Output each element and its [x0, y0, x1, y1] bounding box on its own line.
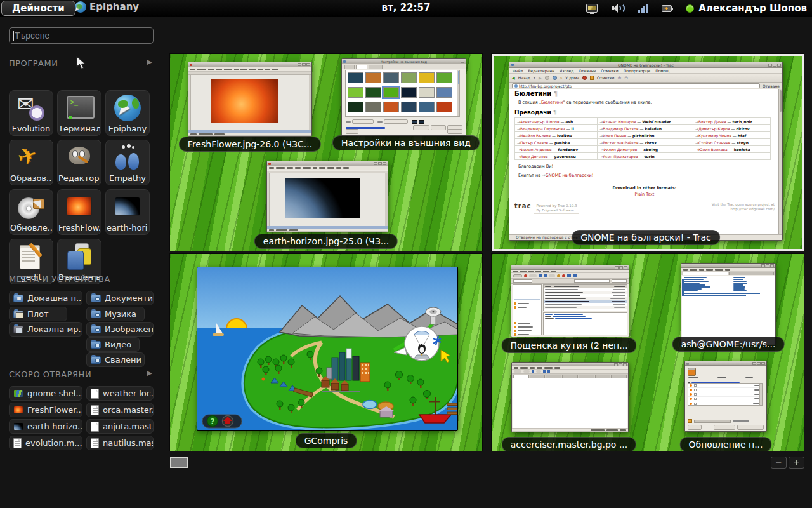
text-caret	[13, 31, 14, 41]
bookmark-icon	[590, 76, 594, 80]
display-settings-icon[interactable]	[586, 4, 598, 13]
recent-header: СКОРО ОТВАРЯНИ	[9, 370, 91, 379]
window-caption: Настройки на външния вид	[332, 135, 480, 150]
window-gcompris[interactable]: ?	[197, 267, 458, 431]
wallpaper-grid	[345, 70, 460, 117]
recent-anjuta-master[interactable]: anjuta.mast...	[86, 419, 154, 434]
recent-expand-icon[interactable]: ▶	[147, 369, 152, 377]
window-gedit-accerciser[interactable]	[511, 362, 629, 432]
app-menu-label: Epiphany	[89, 1, 139, 13]
window-caption: FreshFlower.jpg-26.0 (ЧЗС...	[179, 137, 321, 152]
place-pictures[interactable]: Изображен...	[86, 322, 154, 337]
place-music[interactable]: Музика	[86, 307, 145, 321]
window-evolution-mail[interactable]	[511, 265, 629, 337]
app-earth-horizon[interactable]: earth-hori...	[105, 189, 150, 235]
place-downloads[interactable]: Свалени	[86, 352, 145, 367]
recent-weather-locations[interactable]: weather-loc...	[86, 386, 154, 401]
editor-body	[513, 378, 627, 428]
app-empathy[interactable]: Empathy	[105, 140, 150, 185]
app-terminal[interactable]: Терминал	[57, 90, 102, 136]
screenshot-thumb-icon	[13, 389, 23, 398]
browser-toolbar: ◀Назад▼ ▶ ⌂У дома Отметки ⊕⊖	[509, 74, 782, 83]
forward-icon: ▶	[539, 76, 542, 80]
gnome-shell-overview: { "topBar": { "activitiesLabel": "Дейнос…	[0, 0, 812, 508]
add-workspace-button[interactable]: +	[789, 457, 804, 469]
window-appearance[interactable]: Настройки на външния вид	[341, 58, 466, 136]
volume-icon[interactable]	[612, 3, 624, 13]
trac-logo: trac	[514, 203, 531, 210]
window-terminal[interactable]	[681, 263, 776, 345]
workspace-drag-handle[interactable]	[170, 457, 188, 468]
app-menu[interactable]: Epiphany	[75, 1, 139, 13]
window-epiphany-trac[interactable]: GNOME на български! - Trac ФайлРедактира…	[509, 62, 783, 241]
battery-icon[interactable]	[662, 5, 672, 12]
workspace-2-active[interactable]: GNOME на български! - Trac ФайлРедактира…	[492, 54, 804, 251]
gimp-icon	[65, 144, 94, 172]
app-evolution[interactable]: Evolution	[9, 90, 53, 136]
gcompris-scene: ?	[197, 267, 458, 431]
remove-workspace-button[interactable]: −	[771, 457, 787, 469]
place-home[interactable]: Домашна п...	[9, 291, 82, 305]
flower-thumb-icon	[13, 406, 23, 414]
window-caption: Пощенска кутия (2 неп...	[501, 338, 636, 353]
clock[interactable]: вт, 22:57	[382, 2, 431, 13]
earth-image	[285, 178, 359, 219]
search-input[interactable]	[9, 27, 154, 44]
recent-earth-horizon[interactable]: earth-horizo...	[9, 419, 82, 434]
reload-icon	[553, 76, 557, 80]
place-desktop[interactable]: Плот	[9, 307, 67, 321]
epiphany-icon	[75, 1, 86, 13]
updates-icon	[688, 368, 696, 376]
document-icon	[13, 438, 22, 448]
programs-header: ПРОГРАМИ	[9, 58, 58, 68]
app-gcompris[interactable]: Образов...	[9, 140, 53, 185]
gcompris-controls: ?	[202, 415, 242, 428]
activities-button[interactable]: Дейности	[1, 1, 75, 16]
browser-menubar: ФайлРедактиранеИзгледОтиванеОтметкиПодпр…	[509, 68, 782, 74]
home-folder-icon	[13, 295, 23, 302]
workspace-4[interactable]: Пощенска кутия (2 неп...	[492, 254, 804, 451]
recent-nautilus-master[interactable]: nautilus.mas...	[86, 436, 154, 450]
empathy-icon	[113, 144, 142, 172]
place-documents[interactable]: Документи	[86, 291, 154, 305]
site-icon	[514, 84, 518, 88]
recent-freshflower[interactable]: FreshFlower...	[9, 403, 82, 417]
music-folder-icon	[91, 311, 101, 318]
window-updates[interactable]	[684, 361, 767, 432]
app-updates[interactable]: Обновле...	[9, 189, 53, 235]
window-caption: Обновление н...	[679, 437, 771, 451]
user-menu[interactable]: Александър Шопов	[686, 3, 807, 14]
app-epiphany[interactable]: Epiphany	[105, 90, 150, 136]
recent-gnome-shell[interactable]: gnome-shel...	[9, 386, 82, 401]
window-caption: GCompris	[296, 433, 357, 448]
videos-folder-icon	[91, 341, 101, 349]
network-signal-icon[interactable]	[638, 4, 648, 13]
workspace-3[interactable]: ? GCompris	[170, 254, 482, 451]
place-videos[interactable]: Видео	[86, 337, 140, 352]
go-button: Отиване	[763, 84, 780, 88]
programs-expand-icon[interactable]: ▶	[147, 58, 152, 66]
message-list	[543, 284, 627, 311]
app-freshflower[interactable]: FreshFlow...	[57, 189, 102, 235]
window-gimp-freshflower[interactable]	[188, 62, 312, 137]
appearance-icon	[65, 243, 94, 271]
url-field: http://fsa-bg.org/project/gtp	[512, 83, 760, 88]
web-browser-icon	[113, 95, 142, 123]
mouse-cursor	[76, 56, 87, 70]
overview-sidebar: ПРОГРАМИ ▶ Evolution Терминал Epiphany О…	[0, 17, 162, 508]
workspace-1[interactable]: FreshFlower.jpg-26.0 (ЧЗС... Настройки н…	[170, 54, 482, 251]
earth-thumb-icon	[13, 422, 23, 431]
pier	[447, 403, 458, 415]
recent-orca-master[interactable]: orca.master...	[86, 403, 154, 417]
window-gimp-earth[interactable]	[266, 161, 388, 232]
app-gimp[interactable]: Редактор ...	[57, 140, 102, 185]
window-caption: accerciser.master.bg.po ...	[502, 437, 636, 451]
recent-evolution-po[interactable]: evolution.m...	[9, 436, 82, 450]
system-tray: Александър Шопов	[586, 0, 807, 17]
terminal-icon	[65, 95, 94, 123]
window-caption: earth-horizon.jpg-25.0 (ЧЗ...	[254, 234, 398, 249]
selected-wallpaper	[383, 87, 399, 98]
place-network[interactable]: Локална мр...	[9, 322, 82, 337]
software-update-icon	[16, 194, 46, 222]
document-icon	[91, 438, 99, 448]
